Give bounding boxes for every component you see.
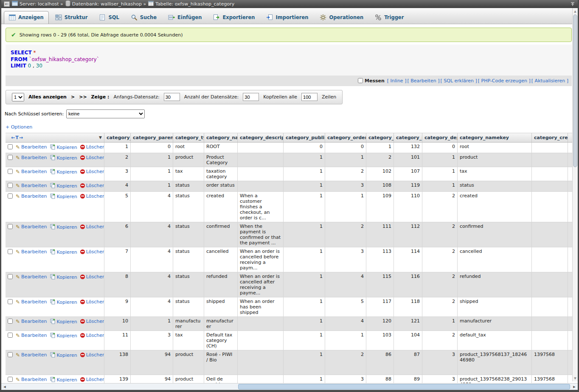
edit-action[interactable]: ✎Bearbeiten bbox=[16, 193, 47, 199]
column-header-category_id[interactable]: category_id bbox=[104, 133, 131, 142]
edit-link[interactable]: Bearbeiten bbox=[21, 333, 47, 338]
tab-sql[interactable]: SQL bbox=[94, 11, 124, 24]
copy-action[interactable]: Kopieren bbox=[50, 274, 77, 281]
edit-action[interactable]: ✎Bearbeiten bbox=[16, 169, 47, 175]
delete-action[interactable]: Löschen bbox=[80, 333, 104, 338]
copy-action[interactable]: Kopieren bbox=[50, 249, 77, 256]
edit-link[interactable]: Bearbeiten bbox=[21, 249, 47, 255]
row-checkbox[interactable] bbox=[8, 224, 13, 229]
column-header-category_crea[interactable]: category_crea bbox=[532, 133, 568, 142]
copy-link[interactable]: Kopieren bbox=[57, 183, 77, 189]
back-button[interactable]: ← bbox=[4, 1, 10, 7]
delete-link[interactable]: Löschen bbox=[86, 155, 104, 160]
edit-action[interactable]: ✎Bearbeiten bbox=[16, 333, 47, 339]
delete-link[interactable]: Löschen bbox=[86, 319, 104, 324]
copy-action[interactable]: Kopieren bbox=[50, 224, 77, 231]
tab-exportieren[interactable]: Exportieren bbox=[208, 11, 260, 24]
column-header-category_depth[interactable]: category_depth bbox=[422, 133, 458, 142]
horizontal-scrollbar[interactable]: ◀ ▶ bbox=[1, 383, 578, 390]
row-checkbox[interactable] bbox=[8, 319, 13, 324]
edit-action[interactable]: ✎Bearbeiten bbox=[16, 299, 47, 305]
query-link[interactable]: [ SQL erklären ] bbox=[440, 78, 477, 84]
edit-action[interactable]: ✎Bearbeiten bbox=[16, 144, 47, 150]
copy-action[interactable]: Kopieren bbox=[50, 333, 77, 339]
delete-link[interactable]: Löschen bbox=[86, 169, 104, 174]
delete-link[interactable]: Löschen bbox=[86, 299, 104, 305]
copy-action[interactable]: Kopieren bbox=[50, 193, 77, 200]
copy-link[interactable]: Kopieren bbox=[57, 377, 77, 383]
delete-link[interactable]: Löschen bbox=[86, 183, 104, 188]
delete-action[interactable]: Löschen bbox=[80, 183, 104, 188]
delete-link[interactable]: Löschen bbox=[86, 352, 104, 358]
edit-action[interactable]: ✎Bearbeiten bbox=[16, 274, 47, 280]
copy-link[interactable]: Kopieren bbox=[57, 333, 77, 339]
column-header-category_name[interactable]: category_name bbox=[204, 133, 238, 142]
edit-link[interactable]: Bearbeiten bbox=[21, 352, 47, 358]
tab-importieren[interactable]: Importieren bbox=[261, 11, 313, 24]
tab-operationen[interactable]: Operationen bbox=[315, 11, 368, 24]
edit-action[interactable]: ✎Bearbeiten bbox=[16, 183, 47, 189]
column-header-category_right[interactable]: category_right bbox=[394, 133, 422, 142]
delete-action[interactable]: Löschen bbox=[80, 155, 104, 160]
edit-link[interactable]: Bearbeiten bbox=[21, 144, 47, 150]
query-link[interactable]: [ Inline ] bbox=[387, 78, 407, 84]
breadcrumb-server[interactable]: Server: localhost » bbox=[12, 1, 63, 7]
start-row-input[interactable] bbox=[164, 93, 180, 101]
copy-link[interactable]: Kopieren bbox=[57, 224, 77, 230]
delete-action[interactable]: Löschen bbox=[80, 299, 104, 305]
edit-action[interactable]: ✎Bearbeiten bbox=[16, 377, 47, 383]
copy-action[interactable]: Kopieren bbox=[50, 352, 77, 359]
row-checkbox[interactable] bbox=[8, 249, 13, 254]
copy-link[interactable]: Kopieren bbox=[57, 319, 77, 325]
row-checkbox[interactable] bbox=[8, 377, 13, 382]
edit-link[interactable]: Bearbeiten bbox=[21, 377, 47, 382]
copy-link[interactable]: Kopieren bbox=[57, 155, 77, 161]
copy-action[interactable]: Kopieren bbox=[50, 144, 77, 151]
sort-descending-icon[interactable]: ▼ bbox=[99, 135, 102, 140]
show-all-button[interactable]: Alles anzeigen bbox=[28, 94, 67, 100]
row-checkbox[interactable] bbox=[8, 299, 13, 304]
sort-by-key-select[interactable]: keine bbox=[66, 109, 145, 118]
row-checkbox[interactable] bbox=[8, 274, 13, 279]
copy-action[interactable]: Kopieren bbox=[50, 319, 77, 325]
column-header-category_left[interactable]: category_left bbox=[366, 133, 394, 142]
delete-link[interactable]: Löschen bbox=[86, 249, 104, 255]
query-link[interactable]: [ Bearbeiten ] bbox=[407, 78, 439, 84]
vertical-scrollbar[interactable]: ▲ ▼ bbox=[572, 8, 578, 381]
edit-action[interactable]: ✎Bearbeiten bbox=[16, 319, 47, 325]
copy-link[interactable]: Kopieren bbox=[57, 194, 77, 199]
edit-link[interactable]: Bearbeiten bbox=[21, 274, 47, 280]
column-header-category_parent_id[interactable]: category_parent_id bbox=[131, 133, 173, 142]
delete-link[interactable]: Löschen bbox=[86, 333, 104, 338]
copy-action[interactable]: Kopieren bbox=[50, 299, 77, 306]
breadcrumb-table[interactable]: Tabelle: oxfsw_hikashop_category bbox=[148, 1, 234, 7]
edit-link[interactable]: Bearbeiten bbox=[21, 319, 47, 324]
tab-trigger[interactable]: Trigger bbox=[370, 11, 409, 24]
delete-action[interactable]: Löschen bbox=[80, 193, 104, 199]
row-checkbox[interactable] bbox=[8, 333, 13, 338]
page-select[interactable]: 1 bbox=[12, 93, 24, 101]
copy-link[interactable]: Kopieren bbox=[57, 274, 77, 280]
column-header-category_namekey[interactable]: category_namekey bbox=[458, 133, 532, 142]
copy-action[interactable]: Kopieren bbox=[50, 377, 77, 384]
delete-link[interactable]: Löschen bbox=[86, 224, 104, 230]
options-toggle-link[interactable]: + Optionen bbox=[6, 124, 32, 130]
copy-link[interactable]: Kopieren bbox=[57, 300, 77, 305]
query-link[interactable]: [ PHP-Code erzeugen ] bbox=[478, 78, 531, 84]
delete-link[interactable]: Löschen bbox=[86, 274, 104, 280]
delete-action[interactable]: Löschen bbox=[80, 377, 104, 382]
column-header-category_ordering[interactable]: category_ordering bbox=[325, 133, 366, 142]
column-header-category_description[interactable]: category_description bbox=[238, 133, 284, 142]
tab-struktur[interactable]: Struktur bbox=[50, 11, 93, 24]
row-checkbox[interactable] bbox=[8, 155, 13, 160]
copy-action[interactable]: Kopieren bbox=[50, 169, 77, 176]
delete-action[interactable]: Löschen bbox=[80, 249, 104, 255]
edit-link[interactable]: Bearbeiten bbox=[21, 183, 47, 188]
collapse-console-icon[interactable] bbox=[570, 2, 575, 7]
tab-anzeigen[interactable]: Anzeigen bbox=[4, 11, 49, 24]
delete-action[interactable]: Löschen bbox=[80, 352, 104, 358]
copy-link[interactable]: Kopieren bbox=[57, 169, 77, 175]
row-checkbox[interactable] bbox=[8, 183, 13, 188]
tab-einfugen[interactable]: Einfügen bbox=[163, 11, 207, 24]
row-checkbox[interactable] bbox=[8, 169, 13, 174]
